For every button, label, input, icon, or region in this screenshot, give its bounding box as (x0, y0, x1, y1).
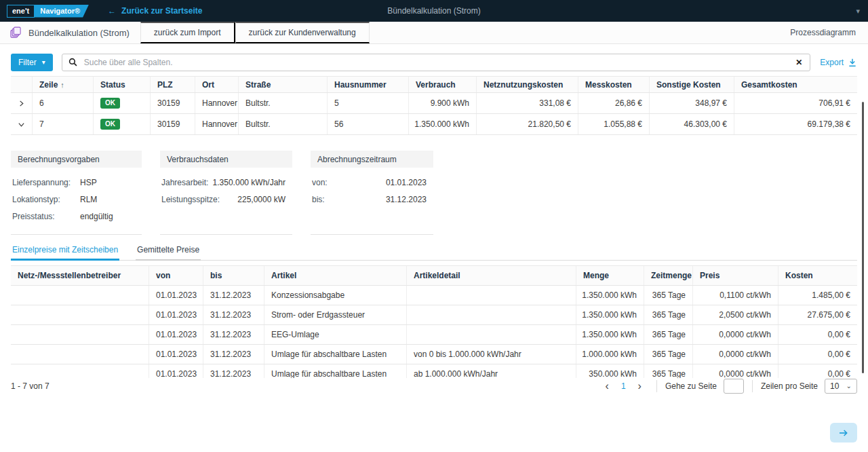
price-table-viewport: Netz-/Messstellenbetreiber von bis Artik… (11, 265, 857, 378)
cell-artikel: Umlage für abschaltbare Lasten (264, 364, 407, 378)
table-toolbar: Filter ▾ ✕ Export (11, 53, 857, 71)
column-header-betreiber[interactable]: Netz-/Messstellenbetreiber (11, 266, 149, 285)
column-header-menge[interactable]: Menge (576, 266, 644, 285)
scrollbar-thumb[interactable] (862, 102, 864, 373)
export-button[interactable]: Export (820, 58, 857, 67)
panel-verbrauchsdaten: Verbrauchsdaten Jahresarbeit: 1.350.000 … (160, 151, 292, 235)
cell-gesamtkosten: 69.179,38 € (734, 114, 857, 134)
clear-search-icon[interactable]: ✕ (794, 58, 804, 67)
filter-button[interactable]: Filter ▾ (11, 54, 53, 71)
row-collapse-toggle[interactable] (11, 114, 33, 134)
price-row: 01.01.2023 31.12.2023 EEG-Umlage 1.350.0… (11, 325, 857, 345)
cell-kosten: 0,00 € (778, 345, 857, 364)
detail-row: bis: 31.12.2023 (311, 191, 433, 208)
detail-row: Preisstatus: endgültig (11, 208, 142, 225)
price-header-row: Netz-/Messstellenbetreiber von bis Artik… (11, 265, 857, 286)
goto-page-input[interactable] (724, 379, 744, 394)
detail-value: HSP (80, 178, 97, 187)
detail-label: Lieferspannung: (12, 178, 80, 187)
cell-von: 01.01.2023 (149, 286, 203, 305)
column-header-sonstige-kosten[interactable]: Sonstige Kosten (650, 77, 734, 92)
cell-plz: 30159 (151, 114, 195, 134)
column-header-messkosten[interactable]: Messkosten (578, 77, 650, 92)
cell-artikeldetail (407, 305, 576, 324)
detail-label: Lokationstyp: (12, 195, 80, 204)
enet-brand-label: ene't (7, 5, 35, 18)
cell-zeitmenge: 365 Tage (644, 325, 693, 344)
detail-value: 31.12.2023 (386, 195, 432, 204)
cell-netznutzungskosten: 21.820,50 € (477, 114, 578, 134)
column-header-gesamtkosten[interactable]: Gesamtkosten (734, 77, 857, 92)
main-content: Filter ▾ ✕ Export Zeile (0, 44, 868, 394)
chevron-right-icon (18, 100, 25, 107)
column-header-plz[interactable]: PLZ (151, 77, 195, 92)
rows-per-page-value: 10 (830, 381, 839, 391)
rows-per-page-select[interactable]: 10 ⌄ (825, 379, 857, 394)
cell-betreiber (11, 305, 149, 324)
back-to-customer-management-button[interactable]: zurück zur Kundenverwaltung (235, 22, 370, 43)
cell-artikel: Strom- oder Erdgassteuer (264, 305, 407, 324)
cell-status: OK (94, 93, 151, 113)
divider (656, 380, 657, 392)
prev-page-icon[interactable]: ‹ (599, 381, 616, 392)
divider (752, 380, 753, 392)
cell-zeitmenge: 365 Tage (644, 305, 693, 324)
cell-hausnummer: 56 (328, 114, 409, 134)
back-to-home-link[interactable]: ← Zurück zur Startseite (108, 6, 202, 16)
cell-bis: 31.12.2023 (203, 345, 264, 364)
column-header-preis[interactable]: Preis (693, 266, 778, 285)
cell-preis: 0,1100 ct/kWh (693, 286, 778, 305)
process-diagram-link[interactable]: Prozessdiagramm (790, 28, 856, 37)
column-header-ort[interactable]: Ort (195, 77, 239, 92)
column-header-verbrauch[interactable]: Verbrauch (409, 77, 477, 92)
column-header-netznutzungskosten[interactable]: Netznutzungskosten (477, 77, 578, 92)
column-header-artikel[interactable]: Artikel (264, 266, 407, 285)
column-header-bis[interactable]: bis (203, 266, 264, 285)
detail-label: bis: (312, 195, 325, 204)
column-header-status[interactable]: Status (94, 77, 151, 92)
row-expand-toggle[interactable] (11, 93, 33, 113)
panel-abrechnungszeitraum: Abrechnungszeitraum von: 01.01.2023 bis:… (311, 151, 433, 235)
column-header-von[interactable]: von (149, 266, 203, 285)
cell-artikeldetail (407, 325, 576, 344)
column-header-strasse[interactable]: Straße (239, 77, 328, 92)
table-row-7-expanded: 7 OK 30159 Hannover Bultstr. 56 1.350.00… (11, 114, 857, 135)
cell-strasse: Bultstr. (239, 93, 328, 113)
chevron-down-icon (18, 121, 25, 128)
cell-preis: 2,0500 ct/kWh (693, 305, 778, 324)
column-header-kosten[interactable]: Kosten (778, 266, 857, 285)
cell-kosten: 0,00 € (778, 325, 857, 344)
next-step-button[interactable] (830, 423, 857, 442)
detail-label: Leistungsspitze: (161, 195, 220, 204)
column-header-artikeldetail[interactable]: Artikeldetail (407, 266, 576, 285)
detail-row: Lokationstyp: RLM (11, 191, 142, 208)
cell-plz: 30159 (151, 93, 195, 113)
column-header-zeitmenge[interactable]: Zeitmenge (644, 266, 693, 285)
cell-betreiber (11, 364, 149, 378)
tab-einzelpreise[interactable]: Einzelpreise mit Zeitscheiben (11, 245, 119, 261)
chevron-down-icon[interactable]: ▾ (856, 7, 860, 16)
column-header-hausnummer[interactable]: Hausnummer (328, 77, 409, 92)
bundle-app-icon (9, 26, 22, 39)
sort-asc-icon: ↑ (60, 81, 64, 89)
cell-messkosten: 26,86 € (578, 93, 650, 113)
cell-menge: 350.000 kWh (576, 364, 644, 378)
cell-ort: Hannover (195, 93, 239, 113)
next-page-icon[interactable]: › (631, 381, 648, 392)
cell-verbrauch: 9.900 kWh (409, 93, 477, 113)
price-row: 01.01.2023 31.12.2023 Umlage für abschal… (11, 345, 857, 364)
cell-netznutzungskosten: 331,08 € (477, 93, 578, 113)
current-page-number[interactable]: 1 (616, 381, 631, 391)
table-header-row: Zeile ↑ Status PLZ Ort Straße Hausnummer… (11, 77, 857, 93)
cell-artikel: EEG-Umlage (264, 325, 407, 344)
column-header-zeile[interactable]: Zeile ↑ (33, 77, 94, 92)
enet-navigator-logo[interactable]: ene't Navigator® (7, 5, 89, 18)
rows-per-page-label: Zeilen pro Seite (761, 381, 818, 391)
pagination-range-label: 1 - 7 von 7 (11, 381, 50, 391)
tab-gemittelte-preise[interactable]: Gemittelte Preise (136, 245, 201, 261)
search-input[interactable] (83, 57, 795, 68)
price-tabs: Einzelpreise mit Zeitscheiben Gemittelte… (11, 245, 857, 261)
back-to-import-button[interactable]: zurück zum Import (140, 22, 235, 43)
app-header-bar: Bündelkalkulation (Strom) zurück zum Imp… (0, 22, 868, 44)
search-field[interactable]: ✕ (62, 54, 811, 71)
